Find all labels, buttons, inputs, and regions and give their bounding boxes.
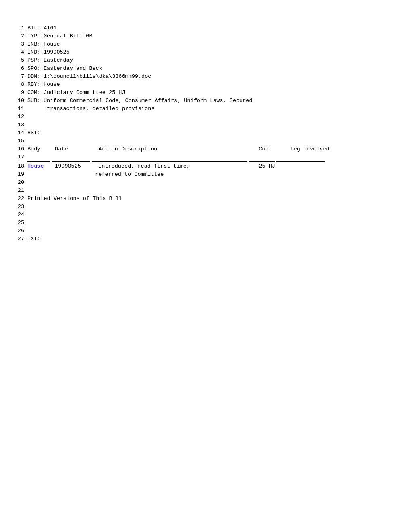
bil-label: BIL:: [27, 24, 44, 32]
rby-label: RBY:: [27, 81, 44, 89]
line-number: 15: [16, 137, 27, 145]
line-9: 9 COM:Judiciary Committee 25 HJ: [16, 89, 379, 97]
line-25: 25: [16, 219, 379, 227]
line-3: 3 INB:House: [16, 40, 379, 48]
inb-label: INB:: [27, 40, 44, 48]
line-21: 21: [16, 187, 379, 195]
psp-label: PSP:: [27, 56, 44, 64]
line-22: 22 Printed Versions of This Bill: [16, 195, 379, 203]
house-link[interactable]: House: [27, 163, 44, 169]
com-label: COM:: [27, 89, 44, 97]
line-number: 4: [16, 48, 27, 56]
row-com: 25 HJ: [259, 162, 287, 170]
line-number: 14: [16, 129, 27, 137]
line-number: 6: [16, 64, 27, 73]
line-1: 1 BIL:4161: [16, 24, 379, 32]
line-12: 12: [16, 113, 379, 121]
spo-value: Easterday and Beck: [44, 65, 102, 71]
line-number: 5: [16, 56, 27, 64]
table-divider-line: 17: [16, 153, 379, 162]
txt-label: TXT:: [27, 235, 44, 243]
line-number: 3: [16, 40, 27, 48]
ddn-label: DDN:: [27, 73, 44, 81]
line-5: 5 PSP:Easterday: [16, 56, 379, 64]
psp-value: Easterday: [44, 57, 73, 63]
line-13: 13: [16, 121, 379, 129]
line-8: 8 RBY:House: [16, 81, 379, 89]
line-number: 21: [16, 187, 27, 195]
line-11: 11 transactions, detailed provisions: [16, 105, 379, 113]
line-number: 9: [16, 89, 27, 97]
line-number: 25: [16, 219, 27, 227]
line-2: 2 TYP:General Bill GB: [16, 32, 379, 40]
line-4: 4 IND:19990525: [16, 48, 379, 56]
line-23: 23: [16, 203, 379, 211]
spo-label: SPO:: [27, 64, 44, 73]
line-24: 24: [16, 211, 379, 219]
line-number: 10: [16, 97, 27, 105]
line-number: 7: [16, 73, 27, 81]
line-number: 1: [16, 24, 27, 32]
line-26: 26: [16, 227, 379, 235]
ind-value: 19990525: [44, 49, 70, 55]
typ-label: TYP:: [27, 32, 44, 40]
line-number: 26: [16, 227, 27, 235]
col-leg-header: Leg Involved: [290, 145, 329, 153]
line-number: 19: [16, 170, 27, 179]
line-number: 16: [16, 145, 27, 153]
com-value: Judiciary Committee 25 HJ: [44, 89, 125, 96]
line-20: 20: [16, 179, 379, 187]
col-date-header: Date: [55, 145, 95, 153]
line-number: 22: [16, 195, 27, 203]
line-6: 6 SPO:Easterday and Beck: [16, 64, 379, 73]
line-14: 14 HST:: [16, 129, 379, 137]
sub-value: Uniform Commercial Code, Consumer Affair…: [44, 98, 252, 104]
row-date: 19990525: [55, 162, 95, 170]
line-number: 23: [16, 203, 27, 211]
line-27: 27 TXT:: [16, 235, 379, 243]
line-number: 27: [16, 235, 27, 243]
row-action-2: referred to Committee: [95, 170, 164, 179]
table-row-1-line2: 19 referred to Committee: [16, 170, 379, 179]
row-action-1: Introduced, read first time,: [98, 162, 255, 170]
line-number: 2: [16, 32, 27, 40]
col-com-header: Com: [259, 145, 287, 153]
line-number: 12: [16, 113, 27, 121]
table-row-1-line1: 18 House 19990525 Introduced, read first…: [16, 162, 379, 170]
typ-value: General Bill GB: [44, 33, 93, 39]
line-number: 11: [16, 105, 27, 113]
col-action-header: Action Description: [98, 145, 255, 153]
main-content: 1 BIL:4161 2 TYP:General Bill GB 3 INB:H…: [16, 24, 379, 243]
bil-value: 4161: [44, 25, 56, 31]
line-number: 20: [16, 179, 27, 187]
ind-label: IND:: [27, 48, 44, 56]
line-15: 15: [16, 137, 379, 145]
sub-value-cont: transactions, detailed provisions: [47, 106, 154, 112]
ddn-value: 1:\council\bills\dka\3366mm99.doc: [44, 73, 151, 79]
line-10: 10 SUB:Uniform Commercial Code, Consumer…: [16, 97, 379, 105]
col-body-header: Body: [27, 145, 52, 153]
line-number: 8: [16, 81, 27, 89]
bill-info-section: 1 BIL:4161 2 TYP:General Bill GB 3 INB:H…: [16, 24, 379, 145]
rby-value: House: [44, 81, 60, 87]
inb-value: House: [44, 41, 60, 47]
table-header-line: 16 Body Date Action Description Com Leg …: [16, 145, 379, 153]
line-7: 7 DDN:1:\council\bills\dka\3366mm99.doc: [16, 73, 379, 81]
hst-label: HST:: [27, 129, 44, 137]
line-number: 24: [16, 211, 27, 219]
sub-label: SUB:: [27, 97, 44, 105]
line-number: 17: [16, 153, 27, 162]
printed-versions-text: Printed Versions of This Bill: [27, 195, 122, 202]
line-number: 18: [16, 162, 27, 170]
line-number: 13: [16, 121, 27, 129]
